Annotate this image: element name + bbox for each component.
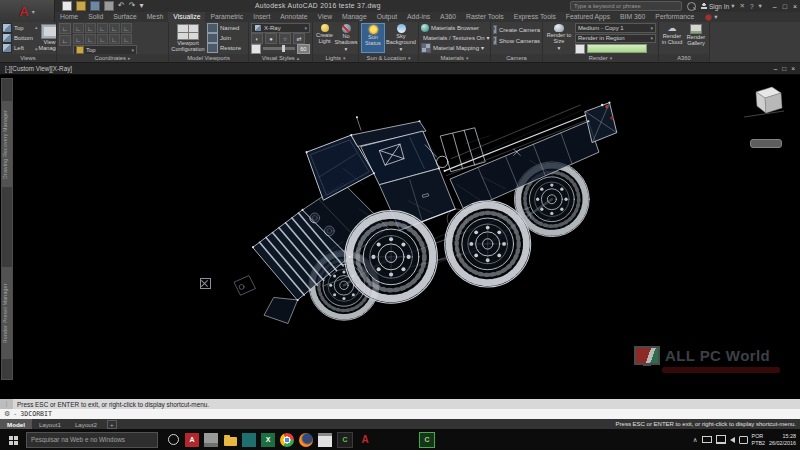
tab-model[interactable]: Model (0, 419, 32, 429)
camtasia-icon[interactable]: C (337, 432, 353, 448)
tab-addins[interactable]: Add-ins (402, 12, 435, 22)
render-to-size-button[interactable]: Render to Size ▾ (545, 23, 573, 53)
help-dropdown-icon[interactable]: ▾ (759, 2, 762, 10)
tab-surface[interactable]: Surface (108, 12, 141, 22)
ucs-icon[interactable]: ∟ (73, 23, 84, 33)
material-mapping-button[interactable]: Material Mapping▾ (421, 43, 488, 52)
tab-output[interactable]: Output (372, 12, 402, 22)
chrome-icon[interactable] (280, 433, 294, 447)
printer-icon[interactable] (204, 433, 218, 447)
restore-viewports-button[interactable]: Restore (207, 43, 241, 52)
new-file-icon[interactable] (62, 1, 72, 11)
ucs-icon[interactable]: ∟ (121, 34, 132, 44)
autocad-taskbar-icon[interactable]: A (358, 433, 372, 447)
sun-status-button[interactable]: Sun Status (361, 23, 385, 53)
plot-icon[interactable] (104, 1, 114, 11)
application-menu-button[interactable]: A ▾ (0, 0, 55, 22)
speaker-icon[interactable] (730, 437, 735, 443)
slider-handle[interactable] (282, 45, 285, 52)
command-line[interactable]: ⚙ - 3DCORBIT (0, 409, 800, 419)
create-light-button[interactable]: Create Light (315, 23, 334, 53)
views-scroll[interactable]: ▴ ▾ (35, 23, 38, 53)
tray-chevron-up-icon[interactable]: ∧ (693, 436, 698, 444)
tab-annotate[interactable]: Annotate (275, 12, 312, 22)
tab-bim360[interactable]: BIM 360 (615, 12, 650, 22)
redo-icon[interactable]: ↷ (129, 2, 136, 10)
viewport-minimize-button[interactable]: – (774, 65, 778, 72)
help-search-input[interactable] (570, 1, 682, 11)
tab-mesh[interactable]: Mesh (142, 12, 169, 22)
viewport-configuration-button[interactable]: Viewport Configuration (171, 23, 205, 53)
shadow-style-icon[interactable]: ● (265, 33, 277, 44)
excel-icon[interactable]: X (261, 433, 275, 447)
tab-parametric[interactable]: Parametric (205, 12, 248, 22)
ucs-icon[interactable]: ∟ (97, 23, 108, 33)
create-camera-button[interactable]: Create Camera (493, 25, 540, 34)
tab-view[interactable]: View (312, 12, 337, 22)
ucs-icon[interactable]: ∟ (85, 23, 96, 33)
join-viewports-button[interactable]: Join (207, 33, 241, 42)
ucs-icon[interactable]: ∟ (85, 34, 96, 44)
viewcube[interactable] (744, 84, 784, 118)
help-icon[interactable]: ? (750, 3, 754, 10)
close-button[interactable]: × (793, 3, 797, 10)
file-explorer-icon[interactable] (223, 433, 237, 447)
materials-browser-button[interactable]: Materials Browser (421, 23, 488, 32)
view-bottom-button[interactable]: Bottom (2, 33, 33, 42)
tab-performance[interactable]: Performance (650, 12, 699, 22)
language-indicator[interactable]: POR PTB2 (752, 433, 765, 445)
face-style-icon[interactable]: ◐ (251, 33, 263, 44)
edge-style-icon[interactable]: ○ (279, 33, 291, 44)
save-icon[interactable] (90, 1, 100, 11)
ucs-named-combo[interactable]: Top ▾ (73, 45, 137, 54)
taskbar-search-input[interactable] (26, 432, 158, 448)
store-app-icon[interactable] (242, 433, 256, 447)
tab-layout2[interactable]: Layout2 (68, 419, 104, 429)
navigation-bar[interactable] (750, 139, 782, 148)
network-icon[interactable] (716, 435, 726, 444)
render-preset-combo[interactable]: Medium - Copy 1 ▾ (575, 23, 656, 33)
named-viewports-button[interactable]: Named (207, 23, 241, 32)
command-grip[interactable]: ⋮ (0, 399, 13, 409)
adobe-reader-icon[interactable]: A (185, 433, 199, 447)
start-button[interactable] (0, 429, 26, 450)
tab-express-tools[interactable]: Express Tools (509, 12, 561, 22)
tab-home[interactable]: Home (55, 12, 83, 22)
render-region-combo[interactable]: Render in Region ▾ (575, 34, 656, 44)
tab-visualize[interactable]: Visualize (168, 12, 205, 22)
cortana-icon[interactable] (166, 433, 180, 447)
recorder-active-icon[interactable]: C (419, 432, 435, 448)
tab-manage[interactable]: Manage (337, 12, 372, 22)
clock[interactable]: 15:28 26/02/2016 (769, 433, 796, 445)
sky-background-button[interactable]: Sky Background ▾ (387, 23, 415, 53)
minimize-button[interactable]: – (773, 3, 777, 10)
show-cameras-button[interactable]: Show Cameras (493, 36, 540, 45)
tab-layout1[interactable]: Layout1 (32, 419, 68, 429)
battery-icon[interactable] (702, 436, 712, 443)
ucs-icon[interactable]: ∟ (109, 23, 120, 33)
command-customize-icon[interactable]: ⚙ (4, 410, 10, 418)
tab-raster-tools[interactable]: Raster Tools (461, 12, 509, 22)
swap-style-icon[interactable]: ⇄ (293, 33, 305, 44)
opacity-slider[interactable] (263, 47, 295, 50)
sign-in-button[interactable]: Sign In ▾ (701, 2, 735, 10)
render-output-icon[interactable] (575, 44, 585, 54)
tab-featured-apps[interactable]: Featured Apps (561, 12, 615, 22)
view-top-button[interactable]: Top (2, 23, 33, 32)
view-left-button[interactable]: Left (2, 43, 33, 52)
record-button[interactable]: ▾ (705, 12, 717, 22)
new-layout-button[interactable]: + (107, 420, 117, 429)
visual-style-combo[interactable]: X-Ray ▾ (251, 23, 310, 33)
restore-button[interactable]: □ (783, 3, 787, 10)
drawing-viewport[interactable]: [-][Custom View][X-Ray] – □ × Drawing Re… (0, 62, 800, 399)
viewport-close-button[interactable]: × (791, 65, 795, 72)
ucs-world-icon[interactable]: ∟ (59, 23, 71, 34)
viewport-label[interactable]: [-][Custom View][X-Ray] (5, 65, 72, 72)
firefox-icon[interactable] (299, 433, 313, 447)
ucs-icon[interactable]: ∟ (73, 34, 84, 44)
materials-textures-button[interactable]: Materials / Textures On▾ (421, 33, 488, 42)
ucs-icon[interactable]: ∟ (97, 34, 108, 44)
open-file-icon[interactable] (76, 1, 86, 11)
opacity-value[interactable]: 60 (297, 44, 310, 54)
notification-icon[interactable] (739, 436, 748, 444)
